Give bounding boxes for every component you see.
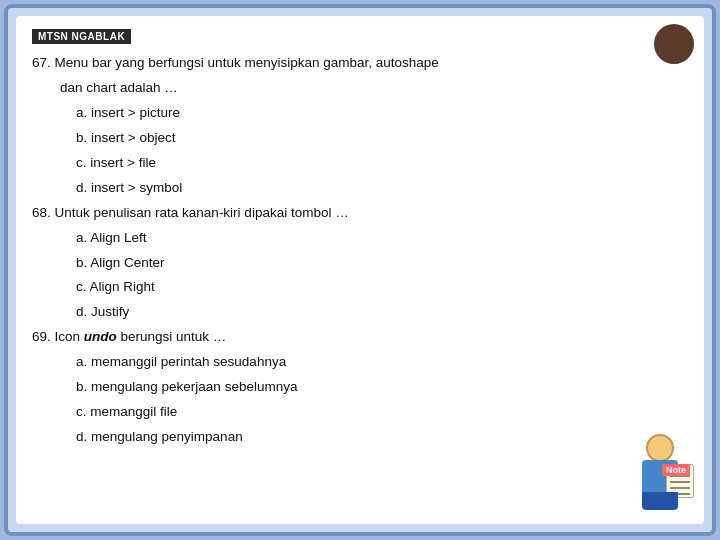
q67-text: 67. Menu bar yang berfungsi untuk menyis… bbox=[32, 52, 688, 75]
figure-legs bbox=[642, 492, 678, 510]
q67-opt-c: c. insert > file bbox=[76, 152, 688, 175]
question-block: 67. Menu bar yang berfungsi untuk menyis… bbox=[32, 52, 688, 449]
q69-opt-b: b. mengulang pekerjaan sebelumnya bbox=[76, 376, 688, 399]
note-badge: Note bbox=[662, 464, 690, 476]
q68-text: 68. Untuk penulisan rata kanan-kiri dipa… bbox=[32, 202, 688, 225]
q69-opt-c: c. memanggil file bbox=[76, 401, 688, 424]
paper-line-3 bbox=[670, 481, 690, 483]
figure-head bbox=[646, 434, 674, 462]
avatar bbox=[654, 24, 694, 64]
q68-opt-c: c. Align Right bbox=[76, 276, 688, 299]
q67-opt-a: a. insert > picture bbox=[76, 102, 688, 125]
q68-opt-b: b. Align Center bbox=[76, 252, 688, 275]
q69-opt-a: a. memanggil perintah sesudahnya bbox=[76, 351, 688, 374]
q68-opt-a: a. Align Left bbox=[76, 227, 688, 250]
q67-opt-d: d. insert > symbol bbox=[76, 177, 688, 200]
q67-continuation: dan chart adalah … bbox=[60, 77, 688, 100]
q67-opt-b: b. insert > object bbox=[76, 127, 688, 150]
inner-content: MTSN NGABLAK 67. Menu bar yang berfungsi… bbox=[16, 16, 704, 524]
outer-border: MTSN NGABLAK 67. Menu bar yang berfungsi… bbox=[4, 4, 716, 536]
q68-opt-d: d. Justify bbox=[76, 301, 688, 324]
header-title: MTSN NGABLAK bbox=[32, 29, 131, 44]
q69-opt-d: d. mengulang penyimpanan bbox=[76, 426, 688, 449]
q69-text: 69. Icon undo berungsi untuk … bbox=[32, 326, 688, 349]
paper-line-4 bbox=[670, 487, 690, 489]
